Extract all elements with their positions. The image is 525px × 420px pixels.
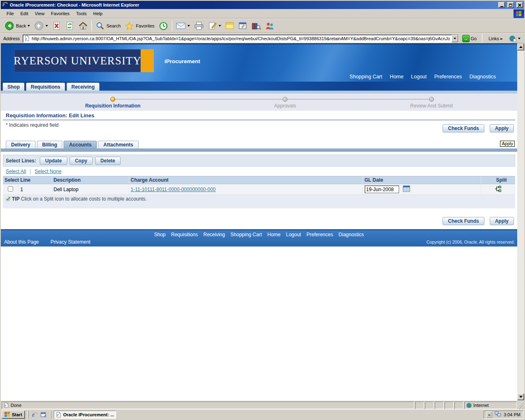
home-button[interactable] bbox=[76, 21, 90, 32]
stop-button[interactable] bbox=[50, 21, 63, 31]
forward-dropdown-icon[interactable] bbox=[46, 25, 48, 27]
about-this-page-link[interactable]: About this Page bbox=[4, 239, 39, 245]
select-all-link[interactable]: Select All bbox=[6, 169, 26, 174]
ryerson-logo: RYERSON UNIVERSITY bbox=[14, 49, 141, 72]
mail-button[interactable] bbox=[174, 21, 192, 31]
footer-link-requisitions[interactable]: Requisitions bbox=[171, 232, 198, 237]
back-button[interactable]: Back bbox=[2, 20, 32, 32]
svg-text:e: e bbox=[57, 413, 59, 417]
footer-link-shop[interactable]: Shop bbox=[154, 232, 166, 237]
history-button[interactable] bbox=[157, 21, 170, 32]
main-tabs: Shop Requisitions Receiving bbox=[1, 82, 517, 91]
refresh-button[interactable] bbox=[63, 21, 76, 31]
tab-shop[interactable]: Shop bbox=[2, 82, 25, 91]
footer-link-home[interactable]: Home bbox=[267, 232, 281, 237]
privacy-statement-link[interactable]: Privacy Statement bbox=[50, 239, 90, 245]
network-icon[interactable] bbox=[495, 411, 501, 418]
ryerson-gold-square bbox=[141, 49, 154, 72]
split-icon[interactable] bbox=[494, 188, 501, 194]
footer-links: Shop Requisitions Receiving Shopping Car… bbox=[1, 232, 517, 237]
quick-launch-outlook-icon[interactable]: e bbox=[40, 411, 48, 418]
row-description: Dell Laptop bbox=[52, 184, 129, 195]
back-dropdown-icon[interactable] bbox=[27, 25, 30, 27]
start-button[interactable]: Start bbox=[2, 411, 25, 419]
subtab-accounts[interactable]: Accounts bbox=[64, 141, 97, 148]
system-tray: « 3:04 PM bbox=[484, 411, 523, 419]
tab-receiving[interactable]: Receiving bbox=[66, 82, 100, 91]
train-stop-review bbox=[429, 97, 434, 102]
select-links-row: Select All | Select None bbox=[3, 167, 515, 176]
go-button[interactable]: → Go bbox=[461, 35, 479, 42]
resize-grip bbox=[518, 402, 523, 409]
messenger-window-button[interactable] bbox=[236, 21, 249, 31]
forward-button[interactable] bbox=[32, 20, 50, 32]
gl-date-input[interactable] bbox=[365, 185, 399, 193]
mail-dropdown-icon[interactable] bbox=[187, 25, 190, 27]
menu-view[interactable]: View bbox=[32, 10, 48, 17]
global-nav: Shopping Cart Home Logout Preferences Di… bbox=[343, 74, 496, 80]
train-label-requisition-information[interactable]: Requisition Information bbox=[85, 103, 141, 109]
address-input[interactable]: e http://finuweb.admin.ryerson.ca:8007/O… bbox=[23, 34, 458, 43]
minimize-button[interactable] bbox=[498, 2, 505, 8]
col-split: Split bbox=[481, 176, 515, 184]
scroll-up-button[interactable] bbox=[517, 43, 524, 50]
menu-favorites[interactable]: Favorites bbox=[48, 10, 73, 17]
tab-requisitions[interactable]: Requisitions bbox=[26, 82, 65, 91]
col-charge-account: Charge Account bbox=[129, 176, 363, 184]
check-funds-button-bottom[interactable]: Check Funds bbox=[443, 217, 484, 225]
address-dropdown-icon[interactable] bbox=[452, 35, 458, 42]
footer-link-preferences[interactable]: Preferences bbox=[306, 232, 333, 237]
subtab-attachments[interactable]: Attachments bbox=[98, 141, 139, 148]
footer-link-logout[interactable]: Logout bbox=[286, 232, 301, 237]
subtab-delivery[interactable]: Delivery bbox=[6, 141, 36, 148]
footer-link-diagnostics[interactable]: Diagnostics bbox=[338, 232, 364, 237]
check-funds-button-top[interactable]: Check Funds bbox=[443, 124, 484, 132]
quick-launch-ie-icon[interactable]: e bbox=[31, 411, 39, 418]
menu-file[interactable]: File bbox=[3, 10, 17, 17]
train-label-approvals: Approvals bbox=[274, 103, 296, 109]
globe-icon bbox=[466, 403, 472, 408]
address-bar: Address e http://finuweb.admin.ryerson.c… bbox=[1, 33, 524, 43]
menu-tools[interactable]: Tools bbox=[73, 10, 90, 17]
favorites-button[interactable]: Favorites bbox=[123, 21, 156, 32]
nav-shopping-cart[interactable]: Shopping Cart bbox=[349, 74, 382, 80]
nav-diagnostics[interactable]: Diagnostics bbox=[469, 74, 496, 80]
tip-check-icon bbox=[5, 196, 11, 203]
vertical-scrollbar[interactable] bbox=[517, 43, 524, 400]
row-select-checkbox[interactable] bbox=[8, 186, 13, 192]
messenger-button[interactable] bbox=[263, 21, 276, 31]
nav-preferences[interactable]: Preferences bbox=[434, 74, 462, 80]
menu-help[interactable]: Help bbox=[90, 10, 106, 17]
menu-edit[interactable]: Edit bbox=[17, 10, 32, 17]
footer-link-shopping-cart[interactable]: Shopping Cart bbox=[231, 232, 262, 237]
select-none-link[interactable]: Select None bbox=[34, 169, 61, 174]
menu-bar: File Edit View Favorites Tools Help bbox=[1, 9, 524, 18]
copy-button[interactable]: Copy bbox=[70, 157, 93, 165]
task-button-ie[interactable]: e Oracle iProcurement: ... bbox=[54, 411, 116, 419]
charge-account-link[interactable]: 1-11-10111-8011-0000-000000000-000 bbox=[131, 187, 216, 192]
tray-chevron-button[interactable]: « bbox=[486, 411, 492, 418]
search-button[interactable]: Search bbox=[94, 21, 123, 31]
apply-button-top[interactable]: Apply bbox=[490, 124, 514, 132]
delete-button[interactable]: Delete bbox=[95, 157, 121, 165]
scroll-down-button[interactable] bbox=[517, 393, 524, 400]
maximize-button[interactable] bbox=[507, 2, 514, 8]
footer-link-receiving[interactable]: Receiving bbox=[203, 232, 225, 237]
links-button[interactable]: Links» bbox=[486, 36, 505, 41]
nav-home[interactable]: Home bbox=[390, 74, 403, 80]
nav-logout[interactable]: Logout bbox=[411, 74, 427, 80]
copyright-text: Copyright (c) 2006, Oracle. All rights r… bbox=[427, 240, 515, 244]
col-line: Line bbox=[18, 176, 52, 184]
research-button[interactable] bbox=[249, 21, 263, 31]
close-button[interactable] bbox=[516, 2, 523, 8]
apply-button-bottom[interactable]: Apply bbox=[490, 217, 514, 225]
update-button[interactable]: Update bbox=[40, 157, 67, 165]
print-button[interactable] bbox=[192, 21, 206, 31]
discuss-button[interactable] bbox=[223, 21, 236, 31]
subtab-billing[interactable]: Billing bbox=[37, 141, 63, 148]
tip-text: Click on a Split icon to allocate costs … bbox=[21, 196, 147, 202]
edit-dropdown-icon[interactable] bbox=[219, 25, 221, 27]
calendar-icon[interactable] bbox=[403, 185, 410, 193]
edit-button[interactable] bbox=[206, 21, 223, 31]
web-assistant-button[interactable] bbox=[507, 34, 523, 43]
